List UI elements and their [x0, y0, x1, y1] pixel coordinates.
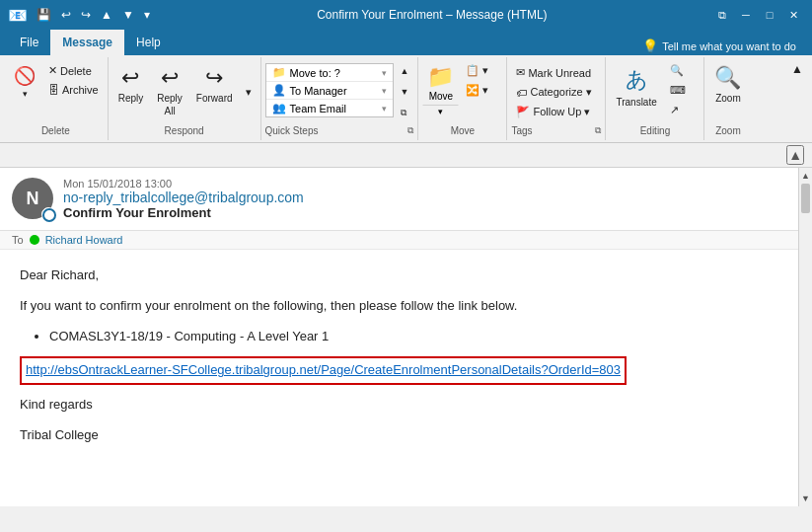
- move-icon: 📁: [427, 64, 454, 90]
- mark-unread-icon: ✉: [516, 66, 525, 79]
- ribbon: 🚫 ▾ ✕ Delete 🗄 Archive Delete ↩ Rep: [0, 55, 812, 143]
- close-button[interactable]: ✕: [782, 4, 804, 26]
- ribbon-tabs: File Message Help 💡 Tell me what you wan…: [0, 30, 812, 55]
- delete-button[interactable]: ✕ Delete: [43, 61, 104, 80]
- tags-dialog-icon[interactable]: ⧉: [595, 125, 601, 136]
- lightbulb-icon: 💡: [642, 38, 658, 53]
- minimize-button[interactable]: ─: [735, 4, 757, 26]
- zoom-group-label: Zoom: [708, 123, 747, 138]
- move-main-button[interactable]: 📁 Move: [422, 61, 459, 105]
- respond-group-content: ↩ Reply ↩ Reply All ↪ Forward ▾: [112, 59, 257, 123]
- zoom-icon: 🔍: [714, 65, 741, 91]
- down-button[interactable]: ▼: [119, 6, 137, 24]
- email-from[interactable]: no-reply_tribalcollege@tribalgroup.com: [63, 190, 786, 205]
- tell-me-text: Tell me what you want to do: [662, 40, 796, 52]
- scroll-up-arrow[interactable]: ▲: [801, 168, 810, 184]
- zoom-button[interactable]: 🔍 Zoom: [708, 61, 747, 108]
- translate-icon: あ: [626, 65, 648, 95]
- select-cursor-button[interactable]: ⌨: [665, 81, 691, 100]
- window-title: Confirm Your Enrolment – Message (HTML): [153, 8, 711, 22]
- email-closing: Kind regards: [20, 395, 778, 416]
- archive-icon: 🗄: [48, 84, 59, 96]
- collapse-ribbon-button[interactable]: ▲: [786, 59, 808, 79]
- ribbon-group-zoom: 🔍 Zoom Zoom: [704, 57, 751, 140]
- ribbon-group-quicksteps: 📁 Move to: ? ▾ 👤 To Manager ▾ 👥 Team Ema…: [261, 57, 419, 140]
- collapse-header-button[interactable]: ▲: [786, 145, 804, 165]
- customize-button[interactable]: ▾: [141, 6, 153, 24]
- ribbon-group-move: 📁 Move ▾ 📋 ▾ 🔀 ▾ Move: [418, 57, 507, 140]
- editing-group-label: Editing: [610, 123, 700, 138]
- email-list: COMASL3Y1-18/19 - Computing - A Level Ye…: [49, 327, 778, 347]
- title-bar-left: 📧 💾 ↩ ↪ ▲ ▼ ▾: [8, 6, 153, 25]
- rules-icon: 📋: [466, 64, 480, 77]
- search-button[interactable]: 🔍: [665, 61, 691, 80]
- move-dropdown-arrow[interactable]: ▾: [422, 105, 459, 118]
- scroll-down-arrow[interactable]: ▼: [801, 491, 810, 506]
- reply-button[interactable]: ↩ Reply: [112, 61, 150, 108]
- redo-button[interactable]: ↪: [78, 6, 94, 24]
- email-date: Mon 15/01/2018 13:00: [63, 178, 786, 190]
- quicksteps-scroll-up[interactable]: ▲: [396, 63, 414, 79]
- restore-button[interactable]: ⧉: [711, 4, 733, 26]
- mark-unread-button[interactable]: ✉ Mark Unread: [511, 63, 596, 82]
- team-email-arrow: ▾: [382, 104, 387, 114]
- email-link[interactable]: http://ebsOntrackLearner-SFCollege.triba…: [20, 356, 627, 385]
- maximize-button[interactable]: □: [759, 4, 780, 26]
- junk-button[interactable]: 🚫 ▾: [8, 61, 41, 103]
- app-icon: 📧: [8, 6, 28, 25]
- reply-icon: ↩: [121, 65, 139, 91]
- voice-button[interactable]: ↗: [665, 101, 691, 119]
- rules-button[interactable]: 📋 ▾: [461, 61, 493, 80]
- onenote-button[interactable]: 🔀 ▾: [461, 81, 493, 100]
- avatar-letter: N: [27, 189, 39, 209]
- tab-message[interactable]: Message: [50, 30, 124, 55]
- move-group-label: Move: [422, 123, 502, 138]
- to-recipient[interactable]: Richard Howard: [45, 234, 123, 246]
- to-field: To Richard Howard: [0, 231, 798, 250]
- archive-button[interactable]: 🗄 Archive: [43, 81, 104, 99]
- quicksteps-expand[interactable]: ⧉: [396, 105, 414, 121]
- more-respond-button[interactable]: ▾: [241, 83, 257, 102]
- delete-icon: ✕: [48, 64, 57, 77]
- categorize-button[interactable]: 🏷 Categorize ▾: [511, 83, 596, 102]
- to-label: To: [12, 234, 24, 246]
- categorize-icon: 🏷: [516, 87, 527, 99]
- quicksteps-scroll-down[interactable]: ▼: [396, 84, 414, 100]
- quicksteps-group-label: Quick Steps ⧉: [265, 123, 414, 138]
- reply-all-icon: ↩: [161, 65, 179, 91]
- quick-access-toolbar: 💾 ↩ ↪ ▲ ▼ ▾: [34, 6, 153, 24]
- search-icon: 🔍: [670, 64, 684, 77]
- zoom-group-content: 🔍 Zoom: [708, 59, 747, 123]
- save-button[interactable]: 💾: [34, 6, 54, 24]
- reply-all-button[interactable]: ↩ Reply All: [151, 61, 188, 120]
- avatar-badge: [41, 207, 55, 221]
- undo-button[interactable]: ↩: [58, 6, 74, 24]
- email-line1: If you want to confirm your enrolment on…: [20, 296, 778, 317]
- translate-button[interactable]: あ Translate: [610, 61, 662, 112]
- avatar: N: [12, 178, 53, 219]
- tags-group-content: ✉ Mark Unread 🏷 Categorize ▾ 🚩 Follow Up…: [511, 59, 601, 123]
- tab-file[interactable]: File: [8, 30, 50, 55]
- vertical-scrollbar[interactable]: ▲ ▼: [798, 168, 812, 506]
- move-sub-buttons: 📋 ▾ 🔀 ▾: [461, 61, 493, 100]
- scroll-track[interactable]: [799, 184, 812, 491]
- ribbon-group-delete: 🚫 ▾ ✕ Delete 🗄 Archive Delete: [4, 57, 109, 140]
- forward-button[interactable]: ↪ Forward: [190, 61, 239, 108]
- follow-up-button[interactable]: 🚩 Follow Up ▾: [511, 103, 596, 121]
- forward-icon: ↪: [205, 65, 223, 91]
- tab-help[interactable]: Help: [124, 30, 173, 55]
- quickstep-team-email[interactable]: 👥 Team Email ▾: [266, 100, 393, 116]
- editing-group-content: あ Translate 🔍 ⌨ ↗: [610, 59, 700, 123]
- tell-me-box[interactable]: 💡 Tell me what you want to do: [634, 37, 804, 55]
- up-button[interactable]: ▲: [98, 6, 115, 24]
- title-bar: 📧 💾 ↩ ↪ ▲ ▼ ▾ Confirm Your Enrolment – M…: [0, 0, 812, 30]
- email-area: N Mon 15/01/2018 13:00 no-reply_tribalco…: [0, 168, 812, 506]
- email-header-bar: ▲: [0, 143, 812, 168]
- respond-group-label: Respond: [112, 123, 257, 138]
- quickstep-to-manager[interactable]: 👤 To Manager ▾: [266, 82, 393, 100]
- quicksteps-dialog-icon[interactable]: ⧉: [407, 125, 413, 136]
- quickstep-move-to[interactable]: 📁 Move to: ? ▾: [266, 64, 393, 82]
- follow-up-icon: 🚩: [516, 106, 530, 118]
- scroll-thumb[interactable]: [801, 184, 810, 213]
- tags-buttons: ✉ Mark Unread 🏷 Categorize ▾ 🚩 Follow Up…: [511, 61, 596, 123]
